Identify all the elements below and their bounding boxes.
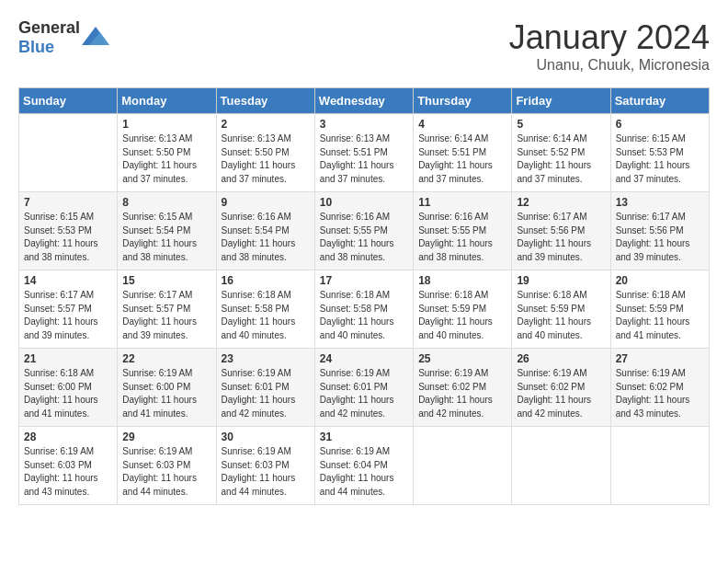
day-number: 16 [222,274,310,287]
day-number: 31 [320,431,408,443]
day-info: Sunrise: 6:17 AMSunset: 5:57 PMDaylight:… [122,289,210,342]
day-info: Sunrise: 6:19 AMSunset: 6:01 PMDaylight:… [222,367,310,420]
day-cell: 1Sunrise: 6:13 AMSunset: 5:50 PMDaylight… [118,114,216,192]
day-number: 26 [517,352,605,365]
day-cell: 16Sunrise: 6:18 AMSunset: 5:58 PMDayligh… [216,270,314,349]
calendar-table: SundayMondayTuesdayWednesdayThursdayFrid… [18,87,710,505]
header-cell-tuesday: Tuesday [216,88,314,114]
day-number: 21 [24,352,112,365]
title-area: January 2024 Unanu, Chuuk, Micronesia [509,18,710,74]
day-number: 5 [517,118,605,131]
day-cell: 3Sunrise: 6:13 AMSunset: 5:51 PMDaylight… [314,114,413,192]
day-cell: 19Sunrise: 6:18 AMSunset: 5:59 PMDayligh… [512,270,610,349]
day-number: 9 [222,196,310,209]
week-row-3: 14Sunrise: 6:17 AMSunset: 5:57 PMDayligh… [19,270,710,349]
day-info: Sunrise: 6:19 AMSunset: 6:03 PMDaylight:… [222,445,310,499]
day-number: 22 [122,352,210,365]
day-cell: 20Sunrise: 6:18 AMSunset: 5:59 PMDayligh… [610,270,709,349]
header-cell-monday: Monday [118,88,216,114]
header-cell-thursday: Thursday [414,88,512,114]
day-info: Sunrise: 6:19 AMSunset: 6:02 PMDaylight:… [616,367,704,420]
day-number: 6 [616,118,704,131]
day-info: Sunrise: 6:19 AMSunset: 6:01 PMDaylight:… [320,367,408,420]
day-cell: 7Sunrise: 6:15 AMSunset: 5:53 PMDaylight… [19,192,118,270]
day-number: 11 [418,196,506,209]
day-info: Sunrise: 6:13 AMSunset: 5:50 PMDaylight:… [122,132,210,186]
day-cell: 15Sunrise: 6:17 AMSunset: 5:57 PMDayligh… [118,270,216,349]
day-cell: 9Sunrise: 6:16 AMSunset: 5:54 PMDaylight… [216,192,314,270]
header-row: SundayMondayTuesdayWednesdayThursdayFrid… [19,88,710,114]
day-number: 13 [616,196,704,209]
day-number: 8 [122,196,210,209]
day-info: Sunrise: 6:14 AMSunset: 5:52 PMDaylight:… [517,132,605,186]
day-number: 14 [24,274,112,287]
day-number: 29 [122,431,210,443]
day-number: 7 [24,196,112,209]
day-info: Sunrise: 6:19 AMSunset: 6:02 PMDaylight:… [517,367,605,420]
day-number: 17 [320,274,408,287]
day-number: 30 [222,431,310,443]
day-cell: 13Sunrise: 6:17 AMSunset: 5:56 PMDayligh… [610,192,709,270]
day-number: 4 [418,118,506,131]
calendar-title: January 2024 [509,18,710,57]
week-row-4: 21Sunrise: 6:18 AMSunset: 6:00 PMDayligh… [19,349,710,427]
day-cell: 18Sunrise: 6:18 AMSunset: 5:59 PMDayligh… [414,270,512,349]
day-info: Sunrise: 6:18 AMSunset: 5:58 PMDaylight:… [222,289,310,342]
day-info: Sunrise: 6:17 AMSunset: 5:56 PMDaylight:… [517,211,605,264]
day-info: Sunrise: 6:18 AMSunset: 6:00 PMDaylight:… [24,367,112,420]
logo: General Blue [18,18,109,57]
day-number: 15 [122,274,210,287]
day-info: Sunrise: 6:16 AMSunset: 5:55 PMDaylight:… [320,211,408,264]
day-info: Sunrise: 6:15 AMSunset: 5:54 PMDaylight:… [122,211,210,264]
day-number: 24 [320,352,408,365]
day-info: Sunrise: 6:16 AMSunset: 5:55 PMDaylight:… [418,211,506,264]
week-row-5: 28Sunrise: 6:19 AMSunset: 6:03 PMDayligh… [19,427,710,505]
page-header: General Blue January 2024 Unanu, Chuuk, … [18,18,710,74]
day-cell: 2Sunrise: 6:13 AMSunset: 5:50 PMDaylight… [216,114,314,192]
logo-icon [82,27,109,49]
day-cell: 22Sunrise: 6:19 AMSunset: 6:00 PMDayligh… [118,349,216,427]
day-cell [19,114,118,192]
logo-text: General Blue [18,18,80,57]
week-row-2: 7Sunrise: 6:15 AMSunset: 5:53 PMDaylight… [19,192,710,270]
calendar-subtitle: Unanu, Chuuk, Micronesia [509,57,710,74]
day-number: 2 [222,118,310,131]
day-cell: 8Sunrise: 6:15 AMSunset: 5:54 PMDaylight… [118,192,216,270]
day-info: Sunrise: 6:17 AMSunset: 5:57 PMDaylight:… [24,289,112,342]
day-cell: 21Sunrise: 6:18 AMSunset: 6:00 PMDayligh… [19,349,118,427]
day-cell [414,427,512,505]
day-number: 25 [418,352,506,365]
day-number: 18 [418,274,506,287]
day-cell [610,427,709,505]
day-cell: 6Sunrise: 6:15 AMSunset: 5:53 PMDaylight… [610,114,709,192]
day-cell: 14Sunrise: 6:17 AMSunset: 5:57 PMDayligh… [19,270,118,349]
logo-general: General [18,18,80,37]
day-cell: 24Sunrise: 6:19 AMSunset: 6:01 PMDayligh… [314,349,413,427]
day-number: 19 [517,274,605,287]
day-number: 3 [320,118,408,131]
day-info: Sunrise: 6:17 AMSunset: 5:56 PMDaylight:… [616,211,704,264]
header-cell-sunday: Sunday [19,88,118,114]
day-cell: 10Sunrise: 6:16 AMSunset: 5:55 PMDayligh… [314,192,413,270]
day-info: Sunrise: 6:15 AMSunset: 5:53 PMDaylight:… [616,132,704,186]
day-number: 20 [616,274,704,287]
day-number: 10 [320,196,408,209]
day-info: Sunrise: 6:18 AMSunset: 5:59 PMDaylight:… [418,289,506,342]
day-cell: 27Sunrise: 6:19 AMSunset: 6:02 PMDayligh… [610,349,709,427]
day-info: Sunrise: 6:13 AMSunset: 5:50 PMDaylight:… [222,132,310,186]
day-cell: 26Sunrise: 6:19 AMSunset: 6:02 PMDayligh… [512,349,610,427]
day-info: Sunrise: 6:14 AMSunset: 5:51 PMDaylight:… [418,132,506,186]
logo-blue: Blue [18,38,54,56]
day-cell: 31Sunrise: 6:19 AMSunset: 6:04 PMDayligh… [314,427,413,505]
day-cell: 4Sunrise: 6:14 AMSunset: 5:51 PMDaylight… [414,114,512,192]
day-number: 27 [616,352,704,365]
header-cell-wednesday: Wednesday [314,88,413,114]
day-info: Sunrise: 6:19 AMSunset: 6:02 PMDaylight:… [418,367,506,420]
week-row-1: 1Sunrise: 6:13 AMSunset: 5:50 PMDaylight… [19,114,710,192]
day-cell [512,427,610,505]
day-number: 23 [222,352,310,365]
day-info: Sunrise: 6:19 AMSunset: 6:04 PMDaylight:… [320,445,408,499]
day-cell: 5Sunrise: 6:14 AMSunset: 5:52 PMDaylight… [512,114,610,192]
day-cell: 17Sunrise: 6:18 AMSunset: 5:58 PMDayligh… [314,270,413,349]
header-cell-friday: Friday [512,88,610,114]
